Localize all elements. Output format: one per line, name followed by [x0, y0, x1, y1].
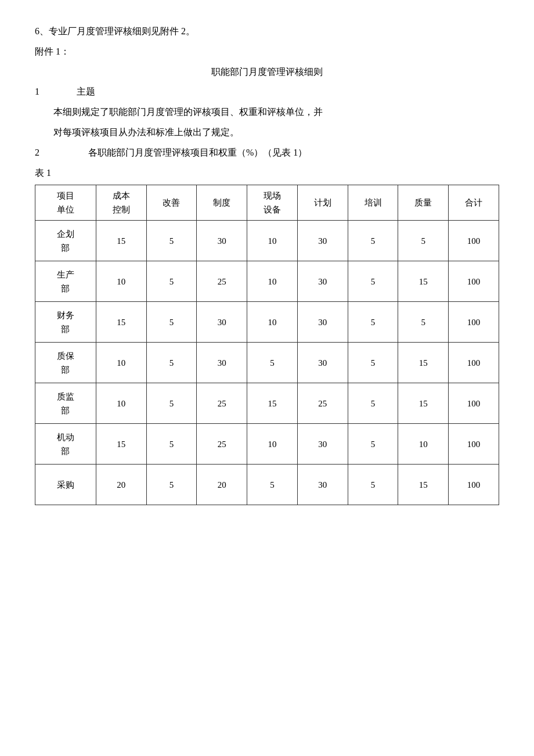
cell-total: 100	[449, 465, 499, 505]
section1-body2: 对每项评核项目从办法和标准上做出了规定。	[35, 124, 499, 141]
section2-num: 2	[35, 147, 39, 157]
intro-line2: 附件 1：	[35, 44, 499, 60]
cell-cost: 10	[96, 343, 146, 383]
cell-site: 10	[247, 302, 298, 343]
cell-plan: 30	[297, 302, 348, 343]
cell-improve: 5	[146, 302, 197, 343]
header-quality: 质量	[398, 185, 449, 221]
cell-improve: 5	[146, 343, 197, 383]
cell-improve: 5	[146, 221, 197, 261]
doc-title: 职能部门月度管理评核细则	[35, 64, 499, 81]
cell-dept: 财务部	[35, 302, 96, 343]
cell-system: 25	[197, 383, 247, 424]
cell-dept: 生产部	[35, 261, 96, 302]
cell-plan: 30	[297, 261, 348, 302]
header-train: 培训	[348, 185, 398, 221]
cell-plan: 30	[297, 343, 348, 383]
cell-cost: 10	[96, 261, 146, 302]
header-system: 制度	[197, 185, 247, 221]
cell-train: 5	[348, 261, 398, 302]
cell-site: 10	[247, 261, 298, 302]
section1-num: 1	[35, 84, 39, 100]
cell-cost: 15	[96, 302, 146, 343]
section2-title: 各职能部门月度管理评核项目和权重（%）（见表 1）	[88, 147, 307, 157]
cell-system: 30	[197, 343, 247, 383]
cell-train: 5	[348, 424, 398, 465]
section1-body1: 本细则规定了职能部门月度管理的评核项目、权重和评核单位，并	[35, 104, 499, 121]
header-improve: 改善	[146, 185, 197, 221]
header-dept: 项目 单位	[35, 185, 96, 221]
cell-total: 100	[449, 302, 499, 343]
cell-plan: 30	[297, 221, 348, 261]
section1-title: 主题	[77, 87, 95, 96]
cell-total: 100	[449, 261, 499, 302]
table-row: 机动部 15 5 25 10 30 5 10 100	[35, 424, 499, 465]
table-header-row: 项目 单位 成本 控制 改善 制度 现场 设备 计划 培训 质量 合计	[35, 185, 499, 221]
cell-quality: 15	[398, 383, 449, 424]
cell-total: 100	[449, 424, 499, 465]
table-row: 质保部 10 5 30 5 30 5 15 100	[35, 343, 499, 383]
cell-site: 5	[247, 343, 298, 383]
cell-site: 5	[247, 465, 298, 505]
cell-dept: 质保部	[35, 343, 96, 383]
cell-total: 100	[449, 221, 499, 261]
cell-train: 5	[348, 465, 398, 505]
cell-system: 30	[197, 302, 247, 343]
cell-quality: 15	[398, 261, 449, 302]
cell-improve: 5	[146, 261, 197, 302]
cell-cost: 10	[96, 383, 146, 424]
table-row: 采购 20 5 20 5 30 5 15 100	[35, 465, 499, 505]
cell-total: 100	[449, 343, 499, 383]
cell-train: 5	[348, 383, 398, 424]
section1-heading: 1 主题	[35, 84, 499, 100]
cell-plan: 30	[297, 424, 348, 465]
cell-train: 5	[348, 343, 398, 383]
header-cost: 成本 控制	[96, 185, 146, 221]
cell-dept: 企划部	[35, 221, 96, 261]
cell-total: 100	[449, 383, 499, 424]
cell-system: 25	[197, 261, 247, 302]
cell-cost: 15	[96, 424, 146, 465]
cell-system: 20	[197, 465, 247, 505]
table-row: 企划部 15 5 30 10 30 5 5 100	[35, 221, 499, 261]
intro-line1: 6、专业厂月度管理评核细则见附件 2。	[35, 23, 499, 40]
cell-improve: 5	[146, 465, 197, 505]
cell-site: 15	[247, 383, 298, 424]
table-row: 质监部 10 5 25 15 25 5 15 100	[35, 383, 499, 424]
cell-site: 10	[247, 221, 298, 261]
cell-train: 5	[348, 221, 398, 261]
cell-plan: 25	[297, 383, 348, 424]
header-total: 合计	[449, 185, 499, 221]
cell-quality: 10	[398, 424, 449, 465]
cell-site: 10	[247, 424, 298, 465]
cell-dept: 采购	[35, 465, 96, 505]
cell-train: 5	[348, 302, 398, 343]
cell-cost: 15	[96, 221, 146, 261]
cell-improve: 5	[146, 424, 197, 465]
header-site: 现场 设备	[247, 185, 298, 221]
cell-plan: 30	[297, 465, 348, 505]
table-row: 财务部 15 5 30 10 30 5 5 100	[35, 302, 499, 343]
section2-heading: 2 各职能部门月度管理评核项目和权重（%）（见表 1）	[35, 145, 499, 161]
main-content: 6、专业厂月度管理评核细则见附件 2。 附件 1： 职能部门月度管理评核细则 1…	[35, 23, 499, 505]
cell-system: 25	[197, 424, 247, 465]
cell-system: 30	[197, 221, 247, 261]
cell-quality: 5	[398, 302, 449, 343]
table-label: 表 1	[35, 165, 499, 182]
cell-dept: 质监部	[35, 383, 96, 424]
header-plan: 计划	[297, 185, 348, 221]
cell-quality: 15	[398, 465, 449, 505]
cell-quality: 5	[398, 221, 449, 261]
cell-dept: 机动部	[35, 424, 96, 465]
cell-cost: 20	[96, 465, 146, 505]
cell-improve: 5	[146, 383, 197, 424]
table-row: 生产部 10 5 25 10 30 5 15 100	[35, 261, 499, 302]
cell-quality: 15	[398, 343, 449, 383]
evaluation-table: 项目 单位 成本 控制 改善 制度 现场 设备 计划 培训 质量 合计	[35, 185, 499, 505]
